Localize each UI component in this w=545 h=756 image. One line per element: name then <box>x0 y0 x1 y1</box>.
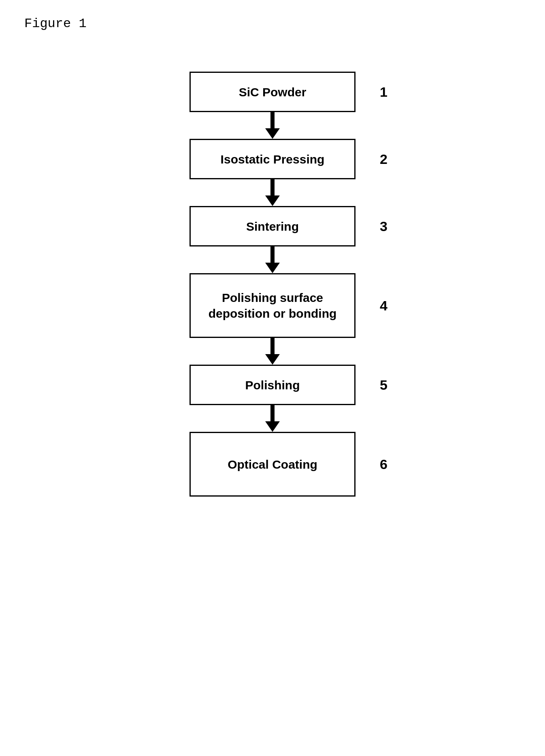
arrow-3 <box>265 246 280 273</box>
diagram-container: SiC Powder 1 Isostatic Pressing 2 Sinter… <box>24 55 521 497</box>
step-polishing-surface: Polishing surface deposition or bonding … <box>189 273 356 338</box>
number-isostatic-pressing: 2 <box>380 151 396 167</box>
label-sintering: Sintering <box>246 219 299 234</box>
box-polishing: Polishing <box>189 365 356 405</box>
number-optical-coating: 6 <box>380 457 396 472</box>
number-polishing: 5 <box>380 377 396 393</box>
arrow-4 <box>265 338 280 365</box>
step-polishing: Polishing 5 <box>189 365 356 405</box>
step-optical-coating: Optical Coating 6 <box>189 432 356 497</box>
figure-label: Figure 1 <box>24 16 521 31</box>
number-sic-powder: 1 <box>380 84 396 100</box>
label-sic-powder: SiC Powder <box>239 84 307 100</box>
box-sintering: Sintering <box>189 206 356 246</box>
box-optical-coating: Optical Coating <box>189 432 356 497</box>
box-sic-powder: SiC Powder <box>189 72 356 112</box>
label-polishing: Polishing <box>245 377 300 393</box>
number-polishing-surface: 4 <box>380 298 396 314</box>
step-isostatic-pressing: Isostatic Pressing 2 <box>189 139 356 179</box>
label-polishing-surface: Polishing surface deposition or bonding <box>203 290 342 321</box>
arrow-1 <box>265 112 280 139</box>
number-sintering: 3 <box>380 219 396 234</box>
step-sic-powder: SiC Powder 1 <box>189 72 356 112</box>
label-optical-coating: Optical Coating <box>228 457 317 472</box>
label-isostatic-pressing: Isostatic Pressing <box>221 151 325 167</box>
arrow-5 <box>265 405 280 432</box>
step-sintering: Sintering 3 <box>189 206 356 246</box>
box-isostatic-pressing: Isostatic Pressing <box>189 139 356 179</box>
arrow-2 <box>265 179 280 206</box>
flow-chart: SiC Powder 1 Isostatic Pressing 2 Sinter… <box>189 72 356 497</box>
box-polishing-surface: Polishing surface deposition or bonding <box>189 273 356 338</box>
